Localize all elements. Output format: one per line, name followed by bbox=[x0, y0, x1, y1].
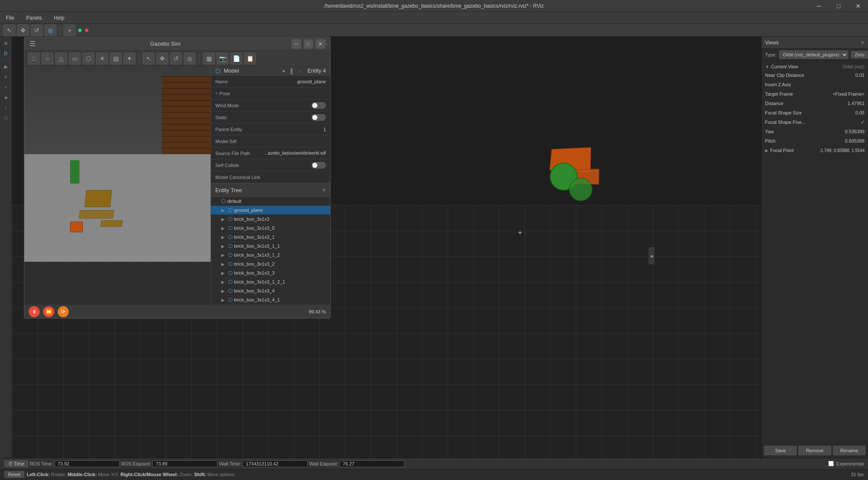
expand-brick-4[interactable]: ▶ bbox=[221, 244, 228, 249]
expand-brick-1[interactable]: ▶ bbox=[221, 217, 228, 222]
sidebar-icon-8[interactable]: ⬡ bbox=[1, 113, 11, 123]
tree-item-brick-5[interactable]: ▶ ⬡ brick_box_3x1x3_1_2 bbox=[211, 251, 330, 260]
entity-tree-list[interactable]: ⬡ default ▶ ⬡ ground_plane bbox=[211, 197, 330, 304]
gz-tool-wireframe[interactable]: ▦ bbox=[203, 53, 215, 64]
zero-button[interactable]: Zero bbox=[851, 51, 868, 59]
views-close-btn[interactable]: ✕ bbox=[860, 40, 865, 46]
close-button[interactable]: ✕ bbox=[848, 0, 868, 12]
expand-brick-8[interactable]: ▶ bbox=[221, 280, 228, 284]
expand-brick-6[interactable]: ▶ bbox=[221, 262, 228, 266]
sidebar-icon-7[interactable]: ↕ bbox=[1, 103, 11, 112]
tree-item-brick-3[interactable]: ▶ ⬡ brick_box_3x1x3_1 bbox=[211, 233, 330, 242]
expand-brick-2[interactable]: ▶ bbox=[221, 226, 228, 231]
tree-item-default[interactable]: ⬡ default bbox=[211, 197, 330, 206]
gz-tool-sphere[interactable]: ○ bbox=[41, 53, 53, 64]
model-stop-btn[interactable]: ‖ bbox=[290, 67, 293, 74]
gz-tool-box[interactable]: □ bbox=[28, 53, 40, 64]
tree-item-brick-6[interactable]: ▶ ⬡ brick_box_3x1x3_2 bbox=[211, 260, 330, 269]
gz-tool-rotate[interactable]: ↺ bbox=[170, 53, 182, 64]
tree-item-brick-8[interactable]: ▶ ⬡ brick_box_3x1x3_1_2_1 bbox=[211, 278, 330, 287]
gz-tool-cylinder[interactable]: ▭ bbox=[69, 53, 81, 64]
minimize-button[interactable]: ─ bbox=[809, 0, 829, 12]
tree-item-brick-7[interactable]: ▶ ⬡ brick_box_3x1x3_3 bbox=[211, 269, 330, 278]
self-collide-toggle[interactable] bbox=[311, 162, 326, 169]
expand-brick-3[interactable]: ▶ bbox=[221, 235, 228, 240]
wind-mode-toggle[interactable] bbox=[311, 102, 326, 109]
help-val-2: Move X/Y. bbox=[98, 472, 119, 477]
rviz-tool-1[interactable]: ↖ bbox=[3, 24, 15, 36]
static-toggle[interactable] bbox=[311, 114, 326, 121]
refresh-btn[interactable]: ⟳ bbox=[58, 306, 69, 317]
wall-time-input[interactable] bbox=[243, 460, 308, 467]
rviz-tool-4[interactable]: ◎ bbox=[44, 24, 56, 36]
gz-tool-light[interactable]: ☀ bbox=[96, 53, 108, 64]
remove-view-btn[interactable]: Remove bbox=[798, 446, 831, 455]
tree-item-brick-1[interactable]: ▶ ⬡ brick_box_3x1x3 bbox=[211, 215, 330, 224]
tree-item-ground-plane[interactable]: ▶ ⬡ ground_plane bbox=[211, 206, 330, 215]
sidebar-icon-4[interactable]: ≡ bbox=[1, 72, 11, 82]
menu-file[interactable]: File bbox=[3, 13, 17, 23]
model-sdf-label: Model Sdf bbox=[215, 139, 326, 144]
gz-tool-particles[interactable]: ✦ bbox=[123, 53, 135, 64]
gazebo-titlebar: ☰ Gazebo Sim ─ □ ✕ ⋮ bbox=[24, 37, 330, 51]
gazebo-minimize[interactable]: ─ bbox=[292, 39, 301, 49]
rviz-tool-5[interactable]: + bbox=[64, 24, 76, 36]
ros-elapsed-input[interactable] bbox=[152, 460, 217, 467]
rviz-tool-2[interactable]: ✥ bbox=[17, 24, 29, 36]
tree-item-brick-4[interactable]: ▶ ⬡ brick_box_3x1x3_1_1 bbox=[211, 242, 330, 251]
gz-tool-copy[interactable]: 📄 bbox=[230, 53, 242, 64]
maximize-button[interactable]: □ bbox=[829, 0, 848, 12]
focal-point-row[interactable]: ▶ Focal Point -1.749; 0.83988; 1.5544 bbox=[762, 146, 868, 155]
gz-tool-capsule[interactable]: ⬡ bbox=[82, 53, 94, 64]
gazebo-menu-icon[interactable]: ⋮ bbox=[323, 39, 328, 46]
expand-brick-5[interactable]: ▶ bbox=[221, 253, 228, 258]
expand-ground-plane[interactable]: ▶ bbox=[221, 208, 228, 213]
fps-badge: 31 fps bbox=[851, 472, 864, 477]
tree-item-brick-10[interactable]: ▶ ⬡ brick_box_3x1x3_4_1 bbox=[211, 296, 330, 304]
gz-tool-translate[interactable]: ✥ bbox=[156, 53, 168, 64]
menu-panels[interactable]: Panels bbox=[23, 13, 44, 23]
reset-button[interactable]: Reset bbox=[4, 471, 24, 478]
rename-view-btn[interactable]: Rename bbox=[833, 446, 865, 455]
tree-item-brick-2[interactable]: ▶ ⬡ brick_box_3x1x3_0 bbox=[211, 224, 330, 233]
gazebo-bottom-bar: ⏸ ⏩ ⟳ 99.43 % bbox=[24, 304, 330, 318]
sidebar-icon-5[interactable]: ✓ bbox=[1, 82, 11, 92]
expand-brick-7[interactable]: ▶ bbox=[221, 271, 228, 275]
gz-tool-scale[interactable]: ◎ bbox=[184, 53, 196, 64]
target-frame-value: <Fixed Frame> bbox=[833, 91, 865, 97]
save-view-btn[interactable]: Save bbox=[764, 446, 797, 455]
gz-tool-paste[interactable]: 📋 bbox=[244, 53, 256, 64]
sidebar-icon-3[interactable]: ▶ bbox=[1, 62, 11, 71]
pose-row[interactable]: + Pose bbox=[211, 88, 330, 100]
gazebo-maximize[interactable]: □ bbox=[304, 39, 313, 49]
near-clip-label: Near Clip Distance bbox=[765, 73, 856, 78]
views-type-select[interactable]: Orbit (rviz_default_plugins) bbox=[779, 50, 848, 59]
wall-elapsed-input[interactable] bbox=[340, 460, 405, 467]
model-pause-btn[interactable]: ▪ bbox=[283, 67, 285, 74]
forward-btn[interactable]: ⏩ bbox=[43, 306, 54, 317]
tree-item-brick-9[interactable]: ▶ ⬡ brick_box_3x1x3_4 bbox=[211, 287, 330, 296]
expand-brick-10[interactable]: ▶ bbox=[221, 298, 228, 302]
target-frame-label: Target Frame bbox=[765, 91, 833, 97]
pose-expand[interactable]: + bbox=[215, 91, 218, 96]
gz-tool-screenshot[interactable]: 📷 bbox=[217, 53, 229, 64]
gz-tool-grid[interactable]: ▤ bbox=[110, 53, 122, 64]
hamburger-icon[interactable]: ☰ bbox=[29, 40, 35, 48]
ros-time-input[interactable] bbox=[55, 460, 120, 467]
entity-icon-brick-10: ⬡ bbox=[228, 297, 232, 303]
rviz-tool-3[interactable]: ↺ bbox=[31, 24, 43, 36]
pitch-value: 0.605398 bbox=[845, 138, 865, 143]
time-tab[interactable]: ⏱ Time bbox=[4, 460, 28, 467]
current-view-header[interactable]: ▼ Current View Orbit (rviz) bbox=[762, 63, 868, 70]
experimental-checkbox[interactable] bbox=[828, 461, 834, 466]
gz-tool-select[interactable]: ↖ bbox=[143, 53, 155, 64]
expand-brick-9[interactable]: ▶ bbox=[221, 289, 228, 293]
rviz-collapse-arrow[interactable]: ◀ bbox=[648, 247, 654, 264]
pause-playback-btn[interactable]: ⏸ bbox=[29, 306, 40, 317]
sidebar-icon-6[interactable]: ◈ bbox=[1, 93, 11, 102]
gz-tool-cone[interactable]: △ bbox=[55, 53, 67, 64]
add-entity-btn[interactable]: + bbox=[322, 186, 326, 194]
sidebar-icon-1[interactable]: ⊕ bbox=[1, 38, 11, 48]
menu-help[interactable]: Help bbox=[51, 13, 67, 23]
sidebar-icon-2[interactable]: D bbox=[1, 49, 11, 58]
